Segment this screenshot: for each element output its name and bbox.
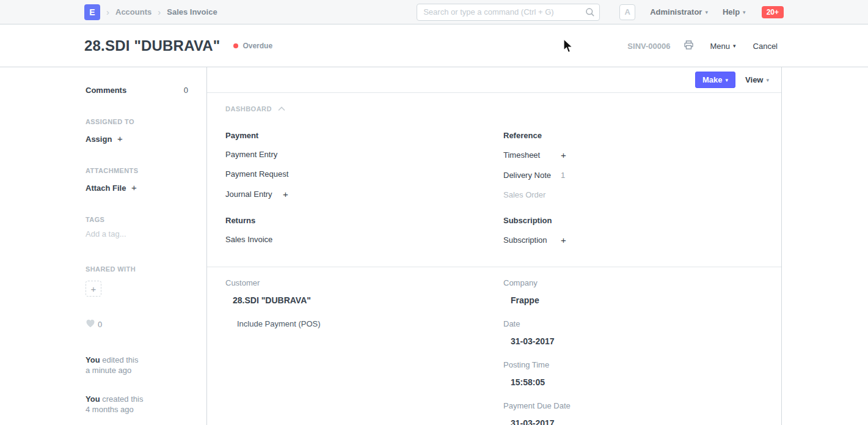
date-label: Date	[503, 319, 763, 328]
shared-with-heading: SHARED WITH	[86, 265, 188, 273]
created-when: 4 months ago	[86, 404, 188, 415]
comments-link[interactable]: Comments 0	[86, 86, 188, 95]
link-payment-request[interactable]: Payment Request	[225, 169, 288, 179]
chevron-up-icon	[272, 105, 285, 113]
company-value[interactable]: Frappe	[511, 295, 763, 305]
chevron-down-icon: ▾	[705, 9, 708, 15]
link-delivery-note[interactable]: Delivery Note	[503, 171, 553, 180]
status-indicator: Overdue	[233, 42, 272, 50]
plus-icon: +	[91, 284, 97, 294]
company-label: Company	[503, 278, 763, 287]
app-logo-letter: E	[89, 7, 95, 17]
assign-button[interactable]: Assign +	[86, 133, 188, 144]
chevron-right-icon: ›	[106, 7, 109, 17]
page-title: 28.SDI "DUBRAVA"	[84, 37, 220, 54]
link-timesheet[interactable]: Timesheet	[503, 150, 553, 160]
edited-who: You	[86, 355, 100, 364]
date-value[interactable]: 31-03-2017	[511, 336, 763, 346]
attach-file-label: Attach File	[86, 183, 126, 193]
menu-button[interactable]: Menu ▾	[710, 42, 735, 51]
form-column-left: Customer 28.SDI "DUBRAVA" Include Paymen…	[225, 278, 485, 425]
section-title-payment: Payment	[225, 131, 485, 140]
assign-label: Assign	[86, 135, 112, 144]
attach-file-button[interactable]: Attach File +	[86, 182, 188, 193]
notifications-badge[interactable]: 20+	[762, 6, 784, 18]
dashboard-toggle[interactable]: DASHBOARD	[225, 105, 763, 113]
chevron-down-icon: ▾	[726, 77, 729, 83]
section-title-reference: Reference	[503, 131, 763, 140]
avatar[interactable]: A	[619, 4, 635, 20]
invoice-details-section: Customer 28.SDI "DUBRAVA" Include Paymen…	[207, 267, 781, 425]
delivery-note-count: 1	[561, 171, 565, 180]
status-dot-icon	[233, 43, 238, 48]
view-button-label: View	[745, 75, 763, 84]
make-button-label: Make	[702, 75, 723, 84]
posting-time-value[interactable]: 15:58:05	[511, 377, 763, 387]
dashboard-heading: DASHBOARD	[225, 105, 272, 113]
link-subscription[interactable]: Subscription	[503, 235, 553, 245]
breadcrumb-accounts[interactable]: Accounts	[115, 7, 151, 17]
created-action: created this	[102, 394, 143, 404]
created-info[interactable]: You created this 4 months ago	[86, 394, 188, 415]
add-timesheet-button[interactable]: +	[561, 150, 566, 160]
chevron-down-icon: ▾	[743, 9, 746, 15]
status-label: Overdue	[243, 42, 272, 50]
tags-heading: TAGS	[86, 216, 188, 223]
like-control[interactable]: 0	[86, 319, 188, 330]
menu-button-label: Menu	[710, 42, 730, 51]
link-sales-order[interactable]: Sales Order	[503, 190, 553, 199]
chevron-right-icon: ›	[158, 7, 161, 17]
avatar-letter: A	[624, 7, 630, 17]
customer-label: Customer	[225, 278, 485, 287]
search-input[interactable]	[417, 4, 600, 21]
printer-icon	[684, 40, 694, 53]
doc-id: SINV-00006	[627, 42, 670, 51]
make-button[interactable]: Make ▾	[695, 72, 735, 88]
form-toolbar: Make ▾ View ▾	[207, 67, 781, 93]
likes-count: 0	[98, 320, 102, 329]
comments-label: Comments	[86, 86, 126, 95]
add-journal-entry-button[interactable]: +	[283, 189, 288, 199]
print-button[interactable]	[684, 40, 694, 53]
customer-value[interactable]: 28.SDI "DUBRAVA"	[233, 295, 485, 305]
form-column-right: Company Frappe Date 31-03-2017 Posting T…	[503, 278, 763, 425]
app-logo[interactable]: E	[84, 4, 100, 20]
link-sales-invoice-return[interactable]: Sales Invoice	[225, 235, 275, 244]
navbar: E › Accounts › Sales Invoice A Administr…	[0, 0, 868, 24]
add-subscription-button[interactable]: +	[561, 235, 566, 245]
breadcrumb-sales-invoice[interactable]: Sales Invoice	[167, 7, 217, 17]
dashboard-column-left: Payment Payment Entry Payment Request Jo…	[225, 131, 485, 262]
assigned-to-heading: ASSIGNED TO	[86, 118, 188, 125]
plus-icon: +	[131, 182, 137, 193]
comments-count: 0	[184, 86, 188, 95]
dashboard-column-right: Reference Timesheet + Delivery Note 1 Sa…	[503, 131, 763, 262]
plus-icon: +	[117, 133, 123, 144]
payment-due-date-value[interactable]: 31-03-2017	[511, 418, 763, 425]
user-menu-label: Administrator	[650, 7, 702, 17]
section-title-returns: Returns	[225, 216, 485, 225]
help-menu[interactable]: Help ▾	[723, 7, 746, 17]
global-search	[417, 4, 600, 21]
user-menu[interactable]: Administrator ▾	[650, 7, 708, 17]
include-payment-pos-label[interactable]: Include Payment (POS)	[237, 319, 485, 328]
section-title-subscription: Subscription	[503, 216, 763, 225]
view-button[interactable]: View ▾	[745, 75, 769, 84]
created-who: You	[86, 394, 100, 404]
share-add-button[interactable]: +	[86, 281, 101, 297]
cancel-button[interactable]: Cancel	[753, 42, 778, 51]
link-journal-entry[interactable]: Journal Entry	[225, 190, 275, 199]
add-tag-input[interactable]: Add a tag...	[86, 229, 188, 238]
search-icon	[585, 7, 595, 20]
form-sidebar: Comments 0 ASSIGNED TO Assign + ATTACHME…	[84, 67, 206, 425]
edited-action: edited this	[102, 355, 138, 364]
form-body: Make ▾ View ▾ DASHBOARD Payme	[206, 67, 782, 425]
edited-when: a minute ago	[86, 365, 188, 375]
posting-time-label: Posting Time	[503, 360, 763, 369]
chevron-down-icon: ▾	[766, 77, 769, 83]
edited-info[interactable]: You edited this a minute ago	[86, 355, 188, 375]
payment-due-date-label: Payment Due Date	[503, 401, 763, 410]
link-payment-entry[interactable]: Payment Entry	[225, 150, 277, 159]
attachments-heading: ATTACHMENTS	[86, 167, 188, 174]
page-head: 28.SDI "DUBRAVA" Overdue SINV-00006 Menu…	[0, 24, 868, 67]
dashboard-section: DASHBOARD Payment Payment Entry P	[207, 93, 781, 267]
